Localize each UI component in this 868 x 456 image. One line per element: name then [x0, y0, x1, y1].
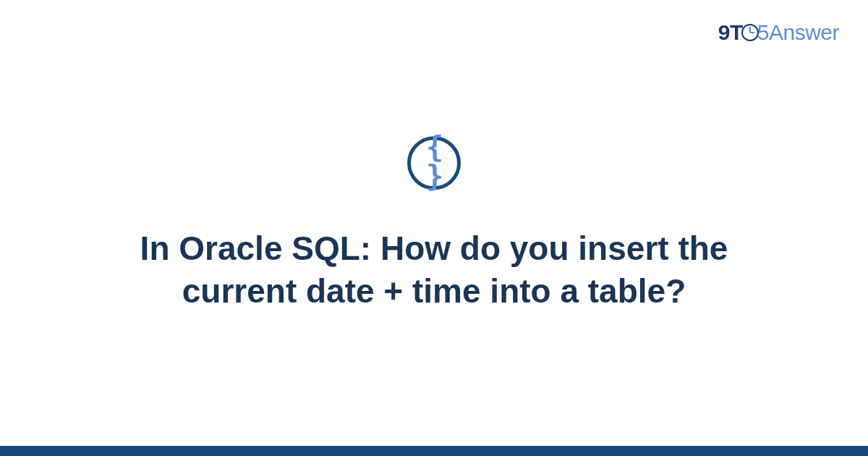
- clock-icon: [741, 24, 759, 41]
- footer-bar: [0, 446, 868, 456]
- main-content: { } In Oracle SQL: How do you insert the…: [0, 136, 868, 313]
- brand-text-right: 5Answer: [757, 20, 839, 44]
- brand-text-left: 9T: [718, 20, 743, 44]
- question-title: In Oracle SQL: How do you insert the cur…: [87, 227, 781, 313]
- code-braces-icon: { }: [411, 132, 457, 190]
- category-badge: { }: [407, 136, 461, 190]
- site-logo: 9T5Answer: [718, 20, 839, 45]
